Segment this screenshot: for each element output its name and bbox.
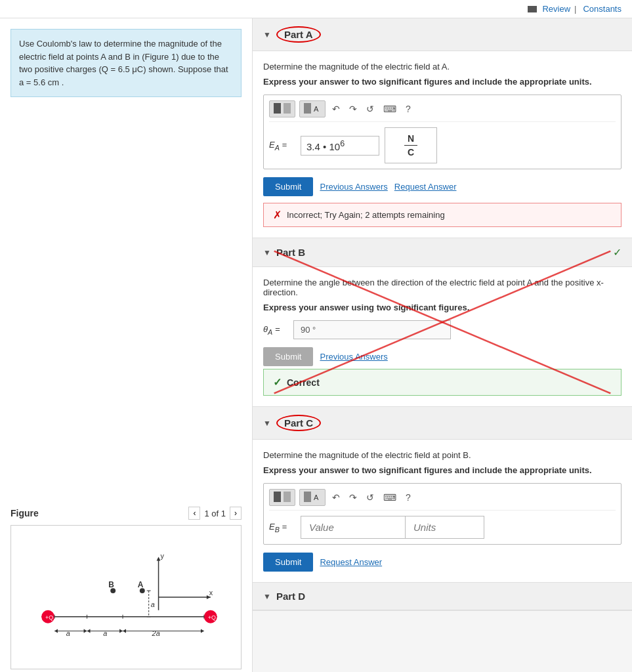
- part-a-arrow[interactable]: ▼: [263, 30, 271, 39]
- toolbar-undo-btn[interactable]: ↶: [329, 102, 343, 116]
- part-b-input-row: θA =: [263, 320, 621, 339]
- svg-text:x: x: [209, 589, 213, 597]
- toolbar-text-btn[interactable]: A: [299, 100, 326, 117]
- svg-text:A: A: [138, 580, 144, 589]
- top-bar: Review | Constants: [0, 0, 632, 18]
- part-c-submit-btn[interactable]: Submit: [263, 553, 313, 572]
- part-c-toolbar-keyboard-btn[interactable]: ⌨: [381, 491, 399, 504]
- constants-link[interactable]: Constants: [583, 4, 621, 14]
- part-c-question: Determine the magnitude of the electric …: [263, 450, 621, 460]
- figure-title: Figure: [11, 508, 39, 518]
- part-a-units-fraction: N C: [404, 133, 417, 158]
- part-c-toolbar-undo-btn[interactable]: ↶: [329, 491, 343, 504]
- part-c-body: Determine the magnitude of the electric …: [253, 440, 632, 582]
- part-c-section: ▼ Part C Determine the magnitude of the …: [253, 407, 632, 583]
- part-a-label-circled: Part A: [276, 26, 321, 43]
- part-a-previous-answers-btn[interactable]: Previous Answers: [320, 182, 387, 192]
- part-a-units-line: [404, 145, 417, 146]
- svg-text:A: A: [314, 494, 319, 501]
- part-a-header: ▼ Part A: [253, 18, 632, 51]
- part-b-section: ▼ Part B ✓ Determine the angle between t…: [253, 238, 632, 407]
- next-figure-btn[interactable]: ›: [230, 507, 242, 520]
- part-d-label: Part D: [276, 591, 305, 602]
- svg-text:+Q: +Q: [208, 614, 216, 621]
- right-panel: ▼ Part A Determine the magnitude of the …: [253, 18, 632, 672]
- prev-figure-btn[interactable]: ‹: [188, 507, 200, 520]
- part-a-question: Determine the magnitude of the electric …: [263, 62, 621, 72]
- svg-rect-42: [284, 492, 291, 502]
- svg-rect-41: [274, 492, 281, 502]
- part-b-input[interactable]: [293, 320, 451, 339]
- part-b-math-label: θA =: [263, 324, 289, 336]
- part-a-body: Determine the magnitude of the electric …: [253, 51, 632, 238]
- part-c-toolbar-redo-btn[interactable]: ↷: [347, 491, 360, 504]
- part-a-units-den: C: [408, 147, 414, 158]
- svg-marker-28: [84, 629, 87, 633]
- svg-rect-36: [284, 103, 291, 114]
- part-d-section: ▼ Part D: [253, 583, 632, 611]
- problem-statement: Use Coulomb's law to determine the magni…: [11, 29, 242, 97]
- svg-marker-33: [123, 629, 126, 633]
- part-a-units-box[interactable]: N C: [385, 127, 437, 163]
- part-a-units-num: N: [408, 133, 414, 144]
- part-c-header: ▼ Part C: [253, 407, 632, 440]
- part-a-label: Part A: [284, 29, 313, 40]
- svg-marker-34: [201, 629, 204, 633]
- part-c-toolbar-matrix-btn[interactable]: [269, 489, 295, 506]
- part-b-header: ▼ Part B ✓: [253, 238, 632, 267]
- part-b-question: Determine the angle between the directio…: [263, 278, 621, 297]
- toolbar-matrix-btn[interactable]: [269, 100, 295, 117]
- part-a-toolbar: A ↶ ↷ ↺ ⌨ ?: [269, 100, 616, 122]
- separator: |: [574, 4, 576, 14]
- part-a-section: ▼ Part A Determine the magnitude of the …: [253, 18, 632, 238]
- part-d-header-left: ▼ Part D: [263, 591, 305, 602]
- part-c-instruction: Express your answer to two significant f…: [263, 465, 621, 475]
- part-c-value-units-row: [301, 516, 484, 539]
- part-a-instruction: Express your answer to two significant f…: [263, 77, 621, 87]
- part-a-entry-row: EA = 3.4 • 106 N C: [269, 127, 616, 163]
- part-a-submit-btn[interactable]: Submit: [263, 177, 313, 196]
- svg-text:A: A: [314, 105, 319, 113]
- toolbar-keyboard-btn[interactable]: ⌨: [381, 102, 399, 116]
- review-icon: [528, 6, 537, 12]
- part-c-toolbar-refresh-btn[interactable]: ↺: [364, 491, 377, 504]
- main-layout: Use Coulomb's law to determine the magni…: [0, 18, 632, 672]
- part-b-status: ✓ Correct: [263, 369, 621, 396]
- part-c-value-input[interactable]: [301, 516, 406, 539]
- part-c-math-label: EB =: [269, 522, 295, 534]
- part-a-math-input: A ↶ ↷ ↺ ⌨ ? EA = 3.4 • 106: [263, 94, 621, 169]
- part-b-submit-btn[interactable]: Submit: [263, 347, 313, 366]
- figure-page: 1 of 1: [204, 509, 226, 518]
- part-c-action-row: Submit Request Answer: [263, 553, 621, 572]
- part-c-label-circled: Part C: [276, 415, 321, 431]
- part-c-entry-row: EB =: [269, 516, 616, 539]
- svg-rect-43: [304, 492, 311, 502]
- part-b-previous-answers-btn[interactable]: Previous Answers: [320, 352, 387, 362]
- toolbar-redo-btn[interactable]: ↷: [347, 102, 360, 116]
- part-c-arrow[interactable]: ▼: [263, 419, 271, 428]
- svg-rect-35: [274, 103, 281, 114]
- figure-section: Figure ‹ 1 of 1 › x y: [0, 501, 252, 672]
- part-c-units-input[interactable]: [406, 516, 484, 539]
- part-b-arrow[interactable]: ▼: [263, 248, 271, 257]
- part-a-math-label: EA =: [269, 140, 295, 152]
- part-c-toolbar-help-btn[interactable]: ?: [403, 491, 413, 504]
- toolbar-refresh-btn[interactable]: ↺: [364, 102, 377, 116]
- part-c-toolbar: A ↶ ↷ ↺ ⌨ ?: [269, 489, 616, 511]
- review-link[interactable]: Review: [542, 4, 570, 14]
- part-b-checkmark: ✓: [613, 246, 621, 259]
- part-a-value-box[interactable]: 3.4 • 106: [301, 136, 379, 156]
- part-a-action-row: Submit Previous Answers Request Answer: [263, 177, 621, 196]
- toolbar-help-btn[interactable]: ?: [403, 102, 413, 116]
- part-c-request-answer-btn[interactable]: Request Answer: [320, 557, 382, 567]
- part-a-request-answer-btn[interactable]: Request Answer: [394, 182, 457, 192]
- part-b-body: Determine the angle between the directio…: [253, 267, 632, 406]
- part-b-status-text: Correct: [287, 377, 320, 388]
- figure-canvas: x y A B a: [11, 525, 242, 669]
- part-a-status: ✗ Incorrect; Try Again; 2 attempts remai…: [263, 203, 621, 227]
- svg-rect-37: [304, 103, 311, 114]
- part-c-toolbar-text-btn[interactable]: A: [299, 489, 326, 506]
- part-a-value: 3.4 • 106: [306, 139, 345, 152]
- part-d-arrow[interactable]: ▼: [263, 592, 271, 601]
- figure-nav: ‹ 1 of 1 ›: [188, 507, 242, 520]
